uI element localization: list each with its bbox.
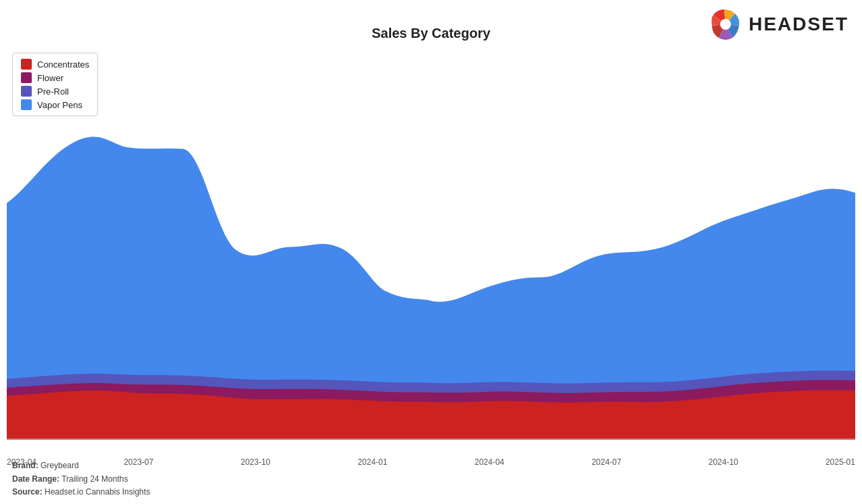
concentrates-swatch <box>21 59 32 70</box>
footer-source: Source: Headset.io Cannabis Insights <box>12 486 150 499</box>
legend-item-vapor-pens: Vapor Pens <box>21 99 89 110</box>
x-label-7: 2025-01 <box>826 457 855 467</box>
footer-date-range: Date Range: Trailing 24 Months <box>12 473 150 486</box>
brand-value: Greybeard <box>41 461 79 470</box>
legend-item-concentrates: Concentrates <box>21 59 89 70</box>
chart-svg <box>7 47 855 440</box>
preroll-swatch <box>21 86 32 97</box>
preroll-label: Pre-Roll <box>37 86 69 97</box>
chart-title: Sales By Category <box>0 26 862 41</box>
source-value: Headset.io Cannabis Insights <box>45 487 150 497</box>
x-label-5: 2024-07 <box>592 457 622 467</box>
concentrates-label: Concentrates <box>37 59 89 70</box>
x-label-3: 2024-01 <box>357 457 387 467</box>
x-label-4: 2024-04 <box>475 457 505 467</box>
x-label-6: 2024-10 <box>709 457 738 467</box>
legend-item-preroll: Pre-Roll <box>21 86 89 97</box>
flower-label: Flower <box>37 73 64 83</box>
legend-item-flower: Flower <box>21 72 89 83</box>
vapor-pens-label: Vapor Pens <box>37 100 82 110</box>
source-label: Source: <box>12 487 43 497</box>
vapor-pens-swatch <box>21 99 32 110</box>
brand-label: Brand: <box>12 461 39 470</box>
footer-brand: Brand: Greybeard <box>12 459 150 472</box>
date-range-value: Trailing 24 Months <box>61 474 128 484</box>
flower-swatch <box>21 72 32 83</box>
chart-area <box>7 47 855 440</box>
page-container: HEADSET Sales By Category <box>0 0 862 504</box>
chart-legend: Concentrates Flower Pre-Roll Vapor Pens <box>12 53 98 116</box>
footer-info: Brand: Greybeard Date Range: Trailing 24… <box>12 459 150 499</box>
x-label-2: 2023-10 <box>240 457 270 467</box>
date-range-label: Date Range: <box>12 474 59 484</box>
